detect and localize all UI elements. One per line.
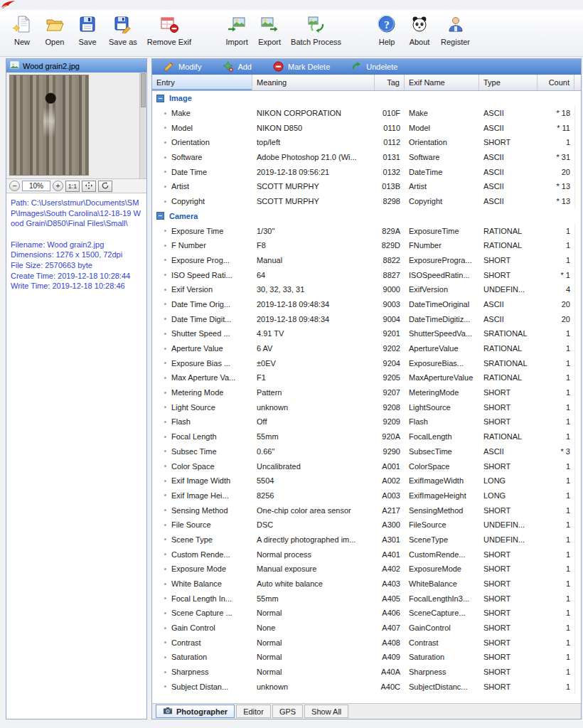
table-row[interactable]: Sharpness Normal A40A Sharpness SHORT 1 (152, 665, 581, 680)
table-row[interactable]: File Source DSC A300 FileSource UNDEFIN.… (152, 518, 581, 532)
table-row[interactable]: Date Time Digit... 2019-12-18 09:48:34 9… (152, 311, 581, 326)
zoom-in-button[interactable]: + (53, 181, 63, 191)
tab-photographer[interactable]: Photographer (156, 705, 235, 718)
table-row[interactable]: Flash Off 9209 Flash SHORT 1 (152, 414, 581, 429)
table-row[interactable]: Exposure Time 1/30" 829A ExposureTime RA… (152, 223, 581, 238)
table-row[interactable]: Exif Version 30, 32, 33, 31 9000 ExifVer… (152, 282, 581, 297)
table-row[interactable]: Exposure Prog... Manual 8822 ExposurePro… (152, 253, 581, 268)
table-row[interactable]: Scene Type A directly photographed im...… (152, 532, 581, 547)
table-row[interactable]: Gain Control None A407 GainControl SHORT… (152, 621, 581, 636)
column-header-type[interactable]: Type (479, 75, 537, 90)
remove-exif-button[interactable]: Remove Exif (142, 12, 196, 48)
table-row[interactable]: Focal Length In... 55mm A405 FocalLength… (152, 591, 581, 606)
cell-filler (574, 400, 581, 414)
column-header-count[interactable]: Count (537, 75, 574, 90)
cell-exif-name: SceneType (405, 535, 479, 544)
row-bullet-icon (164, 141, 166, 144)
table-row[interactable]: Exposure Bias ... ±0EV 9204 ExposureBias… (152, 355, 581, 370)
table-row[interactable]: Orientation top/left 0112 Orientation SH… (152, 135, 581, 150)
table-row[interactable]: Custom Rende... Normal process A401 Cust… (152, 547, 581, 562)
zoom-out-button[interactable]: − (9, 181, 20, 191)
add-button[interactable]: Add (223, 61, 252, 73)
cell-tag: A300 (375, 520, 405, 529)
mark-delete-button[interactable]: Mark Delete (273, 61, 330, 73)
cell-filler (574, 680, 581, 695)
rotate-button[interactable] (98, 181, 112, 192)
table-row[interactable]: White Balance Auto white balance A403 Wh… (152, 577, 581, 592)
table-row[interactable]: Shutter Speed ... 4.91 TV 9201 ShutterSp… (152, 326, 581, 341)
collapse-minus-icon[interactable] (156, 212, 164, 220)
scrollbar-thumb[interactable] (141, 73, 146, 107)
save-as-icon (114, 15, 132, 35)
table-row[interactable]: Date Time 2019-12-18 09:56:21 0132 DateT… (152, 164, 581, 179)
collapse-minus-icon[interactable] (156, 95, 164, 102)
title-strip (0, 0, 583, 10)
cell-entry: Software (152, 153, 252, 161)
cell-filler (574, 135, 581, 150)
tab-editor[interactable]: Editor (236, 705, 271, 718)
table-row[interactable]: Focal Length 55mm 920A FocalLength RATIO… (152, 429, 581, 444)
table-row[interactable]: Aperture Value 6 AV 9202 ApertureValue R… (152, 341, 581, 356)
table-row[interactable]: Max Aperture Va... F1 9205 MaxApertureVa… (152, 370, 581, 385)
batch-process-button[interactable]: Batch Process (286, 12, 346, 48)
table-row[interactable]: Sensing Method One-chip color area senso… (152, 503, 581, 518)
tab-show-all[interactable]: Show All (304, 705, 348, 718)
table-row[interactable]: Artist SCOTT MURPHY 013B Artist ASCII * … (152, 179, 581, 194)
table-row[interactable]: Color Space Uncalibrated A001 ColorSpace… (152, 459, 581, 473)
table-group-row[interactable]: Camera (152, 209, 581, 224)
cell-entry: Model (152, 124, 252, 132)
exif-table-header: Entry Meaning Tag Exif Name Type Count (152, 75, 581, 91)
cell-tag: 9201 (375, 329, 405, 338)
table-row[interactable]: Exif Image Width 5504 A002 ExifImageWidt… (152, 473, 581, 488)
open-button-label: Open (46, 38, 65, 46)
table-row[interactable]: Exposure Mode Manual exposure A402 Expos… (152, 562, 581, 577)
table-row[interactable]: Subsec Time 0.66" 9290 SubsecTime ASCII … (152, 444, 581, 459)
zoom-level-input[interactable] (22, 181, 50, 191)
cell-meaning: top/left (252, 138, 375, 146)
column-header-meaning[interactable]: Meaning (252, 75, 375, 90)
table-row[interactable]: Contrast Normal A408 Contrast SHORT 1 (152, 635, 581, 650)
cell-count: 1 (537, 535, 574, 544)
save-button[interactable]: Save (71, 12, 104, 48)
table-group-row[interactable]: Image (152, 91, 581, 106)
table-row[interactable]: F Number F8 829D FNumber RATIONAL 1 (152, 238, 581, 253)
table-row[interactable]: Metering Mode Pattern 9207 MeteringMode … (152, 385, 581, 400)
actual-size-button[interactable]: 1:1 (65, 181, 80, 192)
new-button[interactable]: New (6, 12, 38, 48)
preview-panel: Wood grain2.jpg − + 1:1 (6, 58, 147, 719)
modify-button[interactable]: Modify (164, 61, 201, 73)
help-button[interactable]: ? Help (370, 12, 403, 48)
tab-gps[interactable]: GPS (272, 705, 303, 718)
import-button-label: Import (226, 38, 248, 46)
image-thumbnail[interactable] (9, 75, 89, 176)
about-button[interactable]: About (403, 12, 436, 48)
table-row[interactable]: Exif Image Hei... 8256 A003 ExifImageHei… (152, 488, 581, 503)
thumbnail-vertical-scrollbar[interactable] (139, 73, 146, 178)
undelete-button[interactable]: Undelete (351, 61, 397, 73)
cell-filler (574, 577, 581, 592)
table-row[interactable]: Saturation Normal A409 Saturation SHORT … (152, 650, 581, 665)
cell-meaning: 6 AV (252, 344, 375, 353)
import-button[interactable]: Import (220, 12, 253, 48)
table-row[interactable]: Date Time Orig... 2019-12-18 09:48:34 90… (152, 297, 581, 312)
export-button[interactable]: Export (253, 12, 286, 48)
table-row[interactable]: Light Source unknown 9208 LightSource SH… (152, 400, 581, 414)
table-row[interactable]: Software Adobe Photoshop 21.0 (Wi... 013… (152, 150, 581, 165)
column-header-entry[interactable]: Entry (152, 75, 252, 90)
cell-meaning: NIKON CORPORATION (252, 109, 375, 117)
pan-button[interactable] (82, 181, 96, 192)
table-row[interactable]: Scene Capture ... Normal A406 SceneCaptu… (152, 606, 581, 621)
column-header-tag[interactable]: Tag (375, 75, 405, 90)
table-row[interactable]: Copyright SCOTT MURPHY 8298 Copyright AS… (152, 194, 581, 209)
column-header-exif-name[interactable]: Exif Name (405, 75, 479, 90)
register-icon (446, 15, 465, 35)
table-row[interactable]: ISO Speed Rati... 64 8827 ISOSpeedRatin.… (152, 267, 581, 282)
open-button[interactable]: Open (38, 12, 71, 48)
table-row[interactable]: Subject Distan... unknown A40C SubjectDi… (152, 680, 581, 695)
save-as-button[interactable]: Save as (104, 12, 142, 48)
table-row[interactable]: Make NIKON CORPORATION 010F Make ASCII *… (152, 106, 581, 121)
cell-type: LONG (479, 476, 537, 485)
register-button[interactable]: Register (436, 12, 475, 48)
cell-type: ASCII (479, 197, 537, 205)
table-row[interactable]: Model NIKON D850 0110 Model ASCII * 11 (152, 120, 581, 135)
